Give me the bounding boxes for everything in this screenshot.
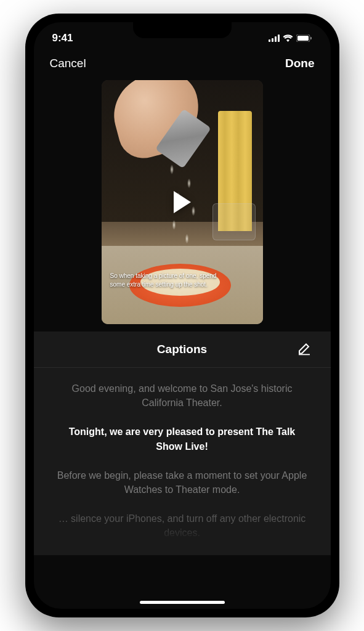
caption-item[interactable]: Good evening, and welcome to San Jose's …: [55, 381, 310, 410]
svg-rect-2: [275, 36, 277, 42]
svg-rect-3: [278, 35, 280, 42]
caption-item[interactable]: Before we begin, please take a moment to…: [55, 468, 310, 497]
edit-button[interactable]: [295, 340, 313, 360]
captions-header: Captions: [34, 332, 331, 368]
video-jar: [212, 203, 256, 240]
video-caption-overlay: So when taking a picture of one, spend s…: [110, 272, 220, 288]
captions-section: Captions Good evening, and welcome to Sa…: [34, 332, 331, 555]
wifi-icon: [283, 35, 293, 42]
video-preview[interactable]: So when taking a picture of one, spend s…: [102, 80, 263, 324]
status-indicators: [269, 35, 312, 42]
caption-list[interactable]: Good evening, and welcome to San Jose's …: [34, 368, 331, 555]
svg-rect-5: [297, 36, 309, 41]
video-container: So when taking a picture of one, spend s…: [34, 76, 331, 332]
caption-item-active[interactable]: Tonight, we are very pleased to present …: [55, 425, 310, 453]
captions-title: Captions: [157, 343, 207, 356]
caption-item[interactable]: … silence your iPhones, and turn off any…: [55, 511, 310, 540]
battery-icon: [296, 35, 312, 42]
phone-screen: 9:41: [34, 22, 331, 609]
done-button[interactable]: Done: [285, 57, 315, 70]
svg-rect-1: [272, 38, 273, 42]
notch: [133, 22, 232, 38]
home-indicator[interactable]: [140, 601, 225, 604]
status-time: 9:41: [52, 32, 73, 44]
play-icon[interactable]: [174, 191, 191, 213]
svg-rect-0: [269, 39, 270, 42]
cellular-icon: [269, 35, 280, 42]
phone-frame: 9:41: [25, 14, 339, 617]
cancel-button[interactable]: Cancel: [50, 57, 86, 70]
edit-icon: [297, 342, 311, 356]
svg-rect-6: [310, 37, 312, 39]
nav-bar: Cancel Done: [34, 48, 331, 76]
